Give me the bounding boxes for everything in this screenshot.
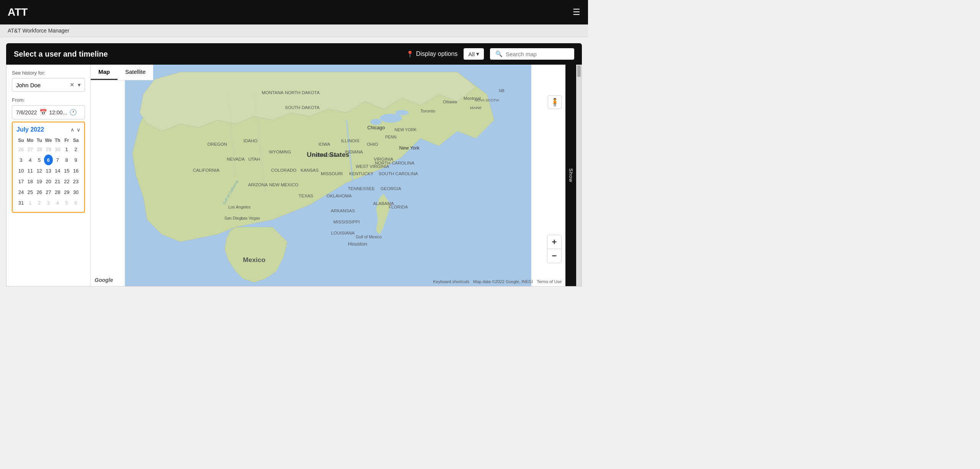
- scroll-thumb[interactable]: [577, 65, 581, 77]
- calendar-day[interactable]: 21: [53, 176, 62, 187]
- calendar-day[interactable]: 14: [53, 165, 62, 176]
- search-map-box[interactable]: 🔍: [490, 48, 574, 60]
- svg-text:TENNESSEE: TENNESSEE: [348, 186, 375, 191]
- search-icon: 🔍: [495, 50, 503, 57]
- calendar-day[interactable]: 6: [71, 197, 80, 208]
- calendar-day[interactable]: 4: [26, 155, 35, 165]
- calendar-day[interactable]: 22: [62, 176, 71, 187]
- calendar-day[interactable]: 3: [44, 197, 53, 208]
- calendar-day[interactable]: 24: [16, 187, 26, 197]
- tab-satellite[interactable]: Satellite: [118, 65, 153, 80]
- calendar-icon: 📅: [39, 109, 47, 116]
- zoom-in-button[interactable]: +: [547, 235, 561, 249]
- calendar-day[interactable]: 20: [44, 176, 53, 187]
- calendar-day[interactable]: 31: [16, 197, 26, 208]
- svg-text:LOUISIANA: LOUISIANA: [331, 231, 355, 235]
- calendar-day[interactable]: 26: [35, 187, 44, 197]
- calendar-day[interactable]: 7: [53, 155, 62, 165]
- map-area: Map Satellite: [91, 65, 565, 286]
- keyboard-shortcuts[interactable]: Keyboard shortcuts: [433, 279, 469, 284]
- calendar-day[interactable]: 19: [35, 176, 44, 187]
- calendar-header: July 2022 ∧ ∨: [16, 126, 80, 133]
- dropdown-value: All: [468, 51, 475, 57]
- from-label: From:: [12, 97, 85, 103]
- calendar-day[interactable]: 29: [44, 144, 53, 155]
- cal-day-header: Sa: [71, 137, 80, 144]
- hamburger-icon[interactable]: ☰: [573, 7, 580, 17]
- calendar-day[interactable]: 8: [62, 155, 71, 165]
- calendar-day[interactable]: 1: [26, 197, 35, 208]
- calendar-day[interactable]: 29: [62, 187, 71, 197]
- svg-text:Chicago: Chicago: [367, 125, 385, 130]
- street-view-button[interactable]: 🧍: [548, 95, 562, 109]
- calendar-day[interactable]: 27: [26, 144, 35, 155]
- calendar-day[interactable]: 10: [16, 165, 26, 176]
- svg-text:San Diego: San Diego: [224, 216, 243, 220]
- svg-text:ARKANSAS: ARKANSAS: [331, 208, 355, 213]
- user-selector[interactable]: John Doe ✕ ▾: [12, 78, 85, 92]
- calendar-day[interactable]: 18: [26, 176, 35, 187]
- left-panel: See history for: John Doe ✕ ▾ From: 7/6/…: [7, 65, 91, 286]
- cal-day-header: Mo: [26, 137, 35, 144]
- cal-day-header: Fr: [62, 137, 71, 144]
- calendar-day[interactable]: 28: [35, 144, 44, 155]
- calendar-day[interactable]: 26: [16, 144, 26, 155]
- svg-text:MISSISSIPPI: MISSISSIPPI: [333, 220, 360, 224]
- user-selector-icons: ✕ ▾: [70, 81, 81, 88]
- subtitle-bar: AT&T Workforce Manager: [0, 24, 588, 37]
- calendar-day[interactable]: 30: [53, 144, 62, 155]
- show-panel[interactable]: Show: [565, 65, 576, 286]
- zoom-out-button[interactable]: −: [547, 249, 561, 263]
- expand-icon[interactable]: ▾: [78, 81, 81, 88]
- map-tabs: Map Satellite: [91, 65, 153, 80]
- content-area: See history for: John Doe ✕ ▾ From: 7/6/…: [6, 65, 582, 287]
- calendar-day[interactable]: 27: [44, 187, 53, 197]
- calendar-day[interactable]: 5: [62, 197, 71, 208]
- tab-map[interactable]: Map: [91, 65, 118, 80]
- svg-text:ARIZONA: ARIZONA: [248, 182, 268, 187]
- svg-text:TEXAS: TEXAS: [299, 194, 313, 198]
- terms-of-use[interactable]: Terms of Use: [537, 279, 562, 284]
- calendar-day[interactable]: 2: [35, 197, 44, 208]
- calendar-week-row: 262728293012: [16, 144, 80, 155]
- search-map-input[interactable]: [506, 51, 569, 57]
- clear-icon[interactable]: ✕: [70, 81, 75, 88]
- calendar-day[interactable]: 2: [71, 144, 80, 155]
- svg-text:NB: NB: [499, 88, 505, 93]
- calendar-day[interactable]: 30: [71, 187, 80, 197]
- calendar-day[interactable]: 12: [35, 165, 44, 176]
- calendar-day[interactable]: 4: [53, 197, 62, 208]
- calendar-day[interactable]: 11: [26, 165, 35, 176]
- calendar-day[interactable]: 13: [44, 165, 53, 176]
- calendar-day[interactable]: 17: [16, 176, 26, 187]
- calendar-next-btn[interactable]: ∨: [77, 127, 80, 133]
- calendar-day[interactable]: 5: [35, 155, 44, 165]
- calendar-day[interactable]: 16: [71, 165, 80, 176]
- calendar-day[interactable]: 1: [62, 144, 71, 155]
- svg-text:OKLAHOMA: OKLAHOMA: [327, 194, 352, 198]
- svg-text:ILLINOIS: ILLINOIS: [341, 138, 359, 143]
- cal-day-header: Tu: [35, 137, 44, 144]
- svg-text:OREGON: OREGON: [207, 142, 227, 147]
- calendar-day[interactable]: 9: [71, 155, 80, 165]
- calendar-day[interactable]: 15: [62, 165, 71, 176]
- svg-text:Ottawa: Ottawa: [443, 99, 457, 104]
- calendar-day[interactable]: 3: [16, 155, 26, 165]
- calendar-day[interactable]: 25: [26, 187, 35, 197]
- svg-text:KENTUCKY: KENTUCKY: [349, 172, 373, 176]
- calendar-day[interactable]: 28: [53, 187, 62, 197]
- display-options-button[interactable]: 📍 Display options: [406, 50, 458, 58]
- svg-text:Toronto: Toronto: [420, 109, 435, 113]
- date-time-row[interactable]: 7/6/2022 📅 12:00... 🕐: [12, 105, 85, 119]
- google-logo: Google: [95, 277, 113, 283]
- app-title: ATT: [8, 6, 28, 18]
- svg-text:IOWA: IOWA: [318, 142, 330, 147]
- calendar-day[interactable]: 23: [71, 176, 80, 187]
- svg-text:NORTH DAKOTA: NORTH DAKOTA: [285, 90, 320, 95]
- see-history-label: See history for:: [12, 70, 85, 76]
- calendar-prev-btn[interactable]: ∧: [70, 127, 74, 133]
- all-dropdown[interactable]: All ▾: [464, 48, 484, 60]
- calendar-day[interactable]: 6: [44, 155, 53, 165]
- scroll-track: [576, 65, 581, 286]
- chevron-down-icon: ▾: [476, 50, 479, 57]
